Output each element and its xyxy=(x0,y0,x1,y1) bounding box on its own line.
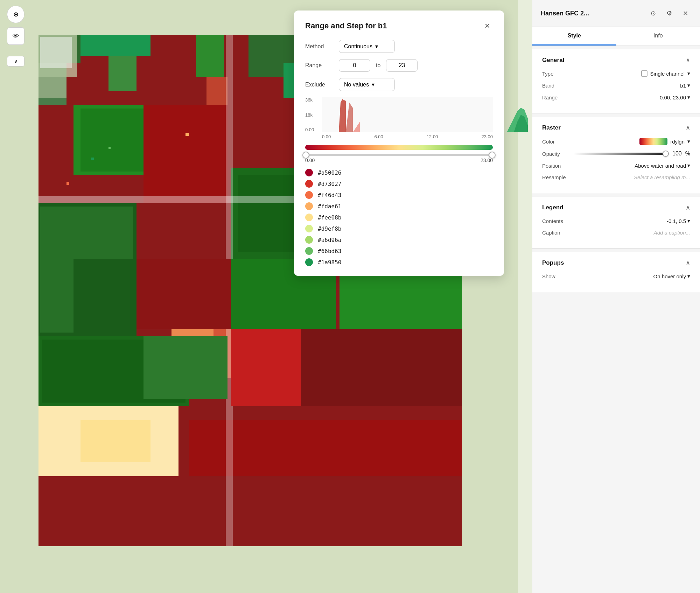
type-label: Type xyxy=(542,71,574,77)
y-label-18k: 18k xyxy=(305,112,314,118)
raster-section: Raster ∧ Color rdylgn ▾ Opacity 100 % Po… xyxy=(532,117,700,193)
add-layer-button[interactable]: ⊕ xyxy=(7,6,24,23)
close-icon: ✕ xyxy=(683,9,688,17)
svg-rect-32 xyxy=(231,329,301,406)
caption-placeholder[interactable]: Add a caption... xyxy=(654,230,690,236)
range-step-dialog: Range and Step for b1 ✕ Method Continuou… xyxy=(294,11,504,276)
gear-icon: ⚙ xyxy=(666,9,672,17)
dialog-header: Range and Step for b1 ✕ xyxy=(305,20,493,32)
method-select[interactable]: Continuous ▾ xyxy=(339,40,395,53)
color-hex-8: #1a9850 xyxy=(318,259,341,266)
x-label-6: 6.00 xyxy=(374,134,383,139)
color-hex-5: #d9ef8b xyxy=(318,225,341,232)
panel-header: Hansen GFC 2... ⊙ ⚙ ✕ xyxy=(532,0,700,27)
svg-rect-43 xyxy=(74,259,136,336)
color-item-5[interactable]: #d9ef8b xyxy=(305,225,493,232)
range-value: 0.00, 23.00 xyxy=(660,95,686,100)
color-item-4[interactable]: #fee08b xyxy=(305,214,493,221)
tab-style[interactable]: Style xyxy=(532,27,616,46)
color-preview[interactable] xyxy=(639,138,667,145)
resample-select[interactable]: Select a resampling m... xyxy=(634,174,690,180)
opacity-slider[interactable] xyxy=(574,153,669,155)
show-label: Show xyxy=(542,273,574,279)
show-select[interactable]: On hover only ▾ xyxy=(653,273,690,279)
plus-icon: ⊕ xyxy=(13,11,19,18)
single-channel-checkbox[interactable] xyxy=(641,70,648,77)
type-value: Single channel ▾ xyxy=(641,70,690,77)
slider-min-thumb[interactable] xyxy=(302,152,309,159)
popups-section: Popups ∧ Show On hover only ▾ xyxy=(532,252,700,292)
legend-section: Legend ∧ Contents -0.1, 0.5 ▾ Caption Ad… xyxy=(532,197,700,249)
close-panel-button[interactable]: ✕ xyxy=(679,7,692,20)
legend-section-title: Legend xyxy=(542,204,563,211)
range-to-input[interactable] xyxy=(386,59,418,72)
color-swatch-7 xyxy=(305,247,313,255)
contents-value: -0.1, 0.5 xyxy=(667,218,686,224)
color-item-7[interactable]: #66bd63 xyxy=(305,247,493,255)
color-swatch-0 xyxy=(305,169,313,176)
svg-rect-15 xyxy=(144,105,227,203)
svg-marker-47 xyxy=(346,103,353,132)
dialog-close-button[interactable]: ✕ xyxy=(482,20,493,32)
resample-placeholder: Select a resampling m... xyxy=(634,174,690,180)
general-section: General ∧ Type Single channel ▾ Band b1 … xyxy=(532,49,700,113)
band-select[interactable]: b1 ▾ xyxy=(680,82,690,89)
caption-label: Caption xyxy=(542,230,574,236)
color-hex-2: #f46d43 xyxy=(318,192,341,198)
general-collapse-button[interactable]: ∧ xyxy=(686,56,690,64)
histogram-x-labels: 0.00 6.00 12.00 23.00 xyxy=(322,133,493,139)
chevron-down-icon: ∨ xyxy=(14,58,18,64)
contents-label: Contents xyxy=(542,218,574,224)
svg-marker-48 xyxy=(353,122,360,132)
slider-max-thumb[interactable] xyxy=(489,152,496,159)
color-item-0[interactable]: #a50026 xyxy=(305,169,493,176)
svg-rect-26 xyxy=(196,35,224,77)
panel-title: Hansen GFC 2... xyxy=(541,10,589,17)
color-item-6[interactable]: #a6d96a xyxy=(305,236,493,244)
y-label-36k: 36k xyxy=(305,97,314,103)
opacity-thumb[interactable] xyxy=(663,151,669,157)
histogram: 36k 18k 0.00 0.00 6.00 12.00 23.00 xyxy=(305,97,493,139)
contents-chevron-icon: ▾ xyxy=(687,218,690,224)
svg-rect-36 xyxy=(91,158,94,160)
color-hex-7: #66bd63 xyxy=(318,248,341,254)
tab-info[interactable]: Info xyxy=(616,27,700,46)
show-value: On hover only xyxy=(653,273,686,279)
popups-collapse-button[interactable]: ∧ xyxy=(686,259,690,267)
opacity-row: Opacity 100 % xyxy=(542,151,690,157)
type-row: Type Single channel ▾ xyxy=(542,70,690,77)
locator-button[interactable]: ⊙ xyxy=(647,7,659,20)
position-row: Position Above water and road ▾ xyxy=(542,162,690,169)
expand-button[interactable]: ∨ xyxy=(7,56,24,67)
range-select[interactable]: 0.00, 23.00 ▾ xyxy=(660,94,690,100)
settings-button[interactable]: ⚙ xyxy=(663,7,676,20)
range-from-input[interactable] xyxy=(339,59,370,72)
eye-button[interactable]: 👁 xyxy=(7,27,24,45)
range-row-panel: Range 0.00, 23.00 ▾ xyxy=(542,94,690,100)
x-label-23: 23.00 xyxy=(481,134,493,139)
color-item-8[interactable]: #1a9850 xyxy=(305,258,493,266)
type-text: Single channel xyxy=(650,71,685,77)
position-select[interactable]: Above water and road ▾ xyxy=(635,162,690,169)
range-label: Range xyxy=(305,62,333,69)
svg-marker-46 xyxy=(339,99,346,132)
svg-rect-42 xyxy=(38,77,66,98)
dialog-title: Range and Step for b1 xyxy=(305,21,387,30)
color-swatch-5 xyxy=(305,225,313,232)
color-chevron-icon: ▾ xyxy=(687,138,690,145)
raster-collapse-button[interactable]: ∧ xyxy=(686,124,690,132)
range-values-row: 0.00 23.00 xyxy=(305,158,493,163)
color-item-3[interactable]: #fdae61 xyxy=(305,202,493,210)
svg-rect-38 xyxy=(186,133,189,136)
contents-select[interactable]: -0.1, 0.5 ▾ xyxy=(667,218,690,224)
exclude-select[interactable]: No values ▾ xyxy=(339,78,395,91)
legend-collapse-button[interactable]: ∧ xyxy=(686,204,690,211)
range-row: Range to xyxy=(305,59,493,72)
color-item-1[interactable]: #d73027 xyxy=(305,180,493,188)
color-item-2[interactable]: #f46d43 xyxy=(305,191,493,199)
slider-row xyxy=(305,154,493,156)
caption-row: Caption Add a caption... xyxy=(542,230,690,236)
x-label-0: 0.00 xyxy=(322,134,331,139)
color-row: Color rdylgn ▾ xyxy=(542,138,690,145)
locator-icon: ⊙ xyxy=(651,9,656,17)
